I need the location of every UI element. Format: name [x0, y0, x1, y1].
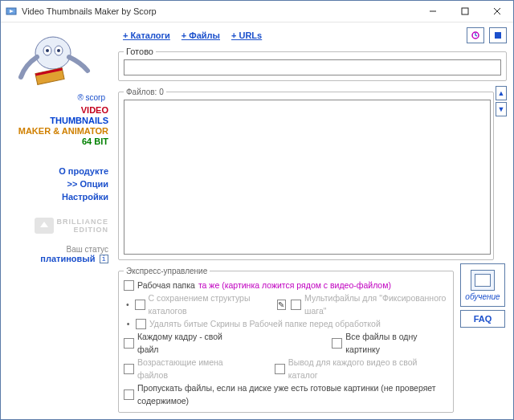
ready-group: Готово — [118, 47, 507, 81]
cb-skip-existing[interactable] — [124, 389, 134, 400]
status-value: платиновый — [40, 254, 95, 263]
edition-badge: BRILLIANCE EDITION — [1, 218, 108, 234]
stop-button[interactable] — [489, 27, 507, 43]
lbl-same-hint: та же (картинка ложится рядом с видео-фа… — [198, 279, 391, 292]
lbl-skip-existing: Пропускать файлы, если на диске уже есть… — [137, 381, 448, 407]
tab-row: + Каталоги + Файлы + URLs — [118, 27, 507, 43]
lbl-grow-names: Возрастающие имена файлов — [137, 356, 255, 381]
learn-icon — [471, 270, 495, 291]
bullet-icon: • — [124, 317, 133, 330]
cb-multifiles[interactable] — [291, 300, 301, 310]
files-list[interactable] — [124, 100, 491, 255]
close-button[interactable] — [481, 1, 513, 22]
svg-rect-3 — [462, 8, 468, 14]
brand-line-2: THUMBNAILS — [1, 116, 108, 126]
lbl-each-video: Вывод для каждого видео в свой каталог — [288, 356, 448, 381]
svg-point-6 — [35, 37, 71, 69]
files-group: Файлов: 0 — [118, 88, 494, 260]
sidebar: ® scorp VIDEO THUMBNAILS MAKER & ANIMATO… — [1, 22, 115, 419]
svg-point-9 — [46, 49, 49, 52]
status-info-icon[interactable]: i — [100, 255, 108, 263]
cb-each-frame[interactable] — [124, 338, 134, 349]
app-icon — [6, 6, 17, 17]
status-label: Ваш статус — [1, 245, 108, 254]
edition-line-2: EDITION — [57, 226, 109, 234]
lbl-delete-broken: Удалять битые Скрины в Рабочей папке пер… — [149, 317, 381, 330]
nav-options[interactable]: >> Опции — [1, 177, 108, 190]
scorp-link[interactable]: ® scorp — [1, 93, 105, 102]
move-up-button[interactable]: ▲ — [496, 86, 507, 100]
brand-line-1: VIDEO — [1, 105, 108, 116]
edition-icon — [35, 218, 54, 234]
move-down-button[interactable]: ▼ — [496, 102, 507, 116]
lbl-multifiles: Мультифайлы для "Фиксированного шага" — [304, 292, 448, 317]
edit-struct-icon[interactable] — [277, 300, 287, 310]
lbl-each-frame: Каждому кадру - свой файл — [137, 330, 240, 356]
files-legend: Файлов: 0 — [124, 88, 166, 96]
edition-line-1: BRILLIANCE — [57, 218, 109, 226]
minimize-button[interactable] — [417, 1, 449, 22]
nav-links: О продукте >> Опции Настройки — [1, 165, 108, 203]
cb-all-one[interactable] — [332, 338, 342, 349]
express-legend: Экспресс-управление — [124, 267, 210, 275]
lbl-work-folder: Рабочая папка — [137, 279, 195, 292]
owl-logo — [9, 29, 105, 93]
cb-each-video[interactable] — [275, 364, 285, 374]
cb-delete-broken[interactable] — [136, 319, 146, 329]
cb-work-folder[interactable] — [124, 280, 134, 291]
reorder-arrows: ▲ ▼ — [496, 84, 507, 260]
svg-rect-14 — [495, 32, 501, 39]
brand-block: VIDEO THUMBNAILS MAKER & ANIMATOR 64 BIT — [1, 105, 108, 147]
help-column: обучение FAQ — [459, 263, 507, 413]
nav-settings[interactable]: Настройки — [1, 190, 108, 203]
tab-urls[interactable]: + URLs — [231, 31, 262, 40]
main-panel: + Каталоги + Файлы + URLs Готово — [115, 22, 513, 419]
express-group: Экспресс-управление Рабочая папка та же … — [118, 267, 454, 413]
learn-button[interactable]: обучение — [460, 263, 505, 307]
ready-legend: Готово — [124, 47, 156, 56]
cb-keep-struct[interactable] — [135, 300, 145, 310]
tab-files[interactable]: + Файлы — [182, 31, 220, 40]
ready-field[interactable] — [124, 59, 501, 75]
nav-about[interactable]: О продукте — [1, 165, 108, 177]
brand-line-3: MAKER & ANIMATOR — [1, 126, 108, 137]
svg-point-10 — [57, 49, 60, 52]
learn-label: обучение — [465, 292, 500, 301]
maximize-button[interactable] — [449, 1, 481, 22]
app-window: Video Thumbnails Maker by Scorp ® sc — [0, 0, 514, 420]
window-title: Video Thumbnails Maker by Scorp — [22, 6, 417, 16]
faq-button[interactable]: FAQ — [460, 310, 505, 328]
brand-line-4: 64 BIT — [1, 137, 108, 147]
history-button[interactable] — [467, 27, 484, 43]
bullet-icon: • — [124, 298, 132, 311]
lbl-all-one: Все файлы в одну картинку — [345, 330, 448, 356]
tab-catalogs[interactable]: + Каталоги — [123, 31, 170, 40]
cb-grow-names[interactable] — [124, 364, 134, 374]
titlebar: Video Thumbnails Maker by Scorp — [1, 1, 513, 22]
lbl-keep-struct: С сохранением структуры каталогов — [149, 292, 272, 317]
